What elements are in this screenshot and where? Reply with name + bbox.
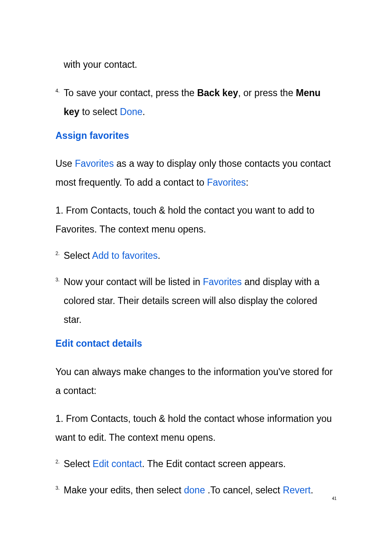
fav-step-2-end: . xyxy=(158,250,160,261)
fav-step-2-number: 2. xyxy=(55,249,60,258)
fav-step-2-blue: Add to favorites xyxy=(92,250,158,261)
fav-step-3-blue: Favorites xyxy=(203,276,242,287)
edit-step-3-mid: .To cancel, select xyxy=(205,485,283,495)
intro-blue1: Favorites xyxy=(75,158,114,169)
edit-step-3-pre: Make your edits, then select xyxy=(64,485,184,495)
favorites-step-3: 3. Now your contact will be listed in Fa… xyxy=(55,272,337,329)
edit-step-2-pre: Select xyxy=(64,458,92,469)
section-heading-favorites: Assign favorites xyxy=(55,129,337,143)
favorites-step-2: 2. Select Add to favorites. xyxy=(55,246,337,265)
step-4-text-post: to select xyxy=(79,106,120,117)
section-heading-edit: Edit contact details xyxy=(55,336,337,351)
edit-step-2: 2. Select Edit contact. The Edit contact… xyxy=(55,454,337,473)
fav-step-3-number: 3. xyxy=(55,275,60,285)
step-4-blue: Done xyxy=(120,106,143,117)
edit-step-1: 1. From Contacts, touch & hold the conta… xyxy=(55,409,337,447)
favorites-step-1: 1. From Contacts, touch & hold the conta… xyxy=(55,201,337,239)
edit-step-2-blue: Edit contact xyxy=(92,458,142,469)
edit-step-2-number: 2. xyxy=(55,457,60,467)
intro-end: : xyxy=(246,177,248,188)
fav-step-2-pre: Select xyxy=(64,250,92,261)
step-4-bold1: Back key xyxy=(197,88,238,98)
edit-step-3-blue1: done xyxy=(184,485,205,495)
edit-step-3-number: 3. xyxy=(55,483,60,493)
edit-step-3: 3. Make your edits, then select done .To… xyxy=(55,481,337,500)
edit-step-2-post: . The Edit contact screen appears. xyxy=(142,458,286,469)
step-4-text-pre: To save your contact, press the xyxy=(64,88,197,98)
intro-pre: Use xyxy=(55,158,75,169)
step-4-text-mid: , or press the xyxy=(238,88,296,98)
fav-step-3-pre: Now your contact will be listed in xyxy=(64,276,203,287)
document-content: with your contact. 4. To save your conta… xyxy=(55,58,337,500)
favorites-intro: Use Favorites as a way to display only t… xyxy=(55,154,337,192)
step-4: 4. To save your contact, press the Back … xyxy=(55,83,337,121)
page-number: 41 xyxy=(332,496,337,501)
edit-intro: You can always make changes to the infor… xyxy=(55,362,337,400)
edit-step-3-blue2: Revert xyxy=(283,485,311,495)
step-4-number: 4. xyxy=(55,86,60,96)
intro-blue2: Favorites xyxy=(207,177,246,188)
continuation-text: with your contact. xyxy=(64,58,337,72)
edit-step-3-end: . xyxy=(311,485,313,495)
step-4-end: . xyxy=(143,106,145,117)
